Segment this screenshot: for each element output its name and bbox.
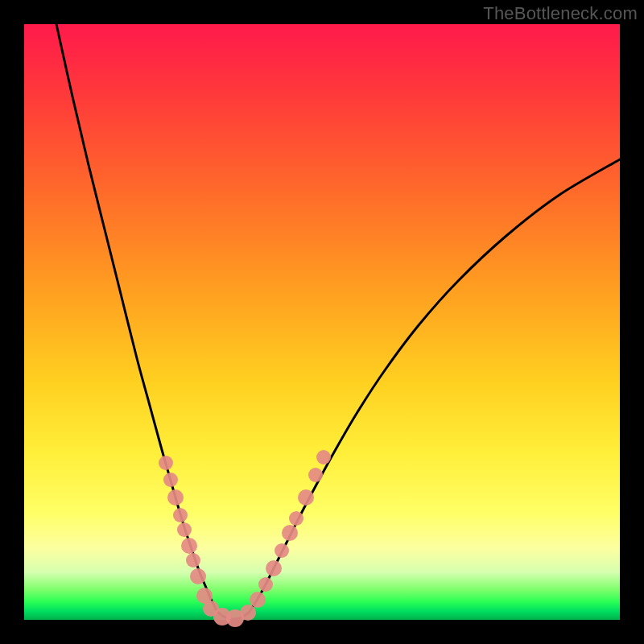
bottleneck-curve [24, 24, 620, 620]
curve-line [56, 24, 620, 619]
svg-point-5 [181, 538, 197, 554]
svg-point-20 [308, 468, 323, 482]
svg-point-18 [289, 511, 303, 526]
marker-dots [159, 450, 331, 627]
svg-point-12 [240, 605, 256, 621]
svg-point-0 [159, 456, 173, 470]
svg-point-17 [282, 525, 298, 541]
svg-point-14 [258, 577, 273, 592]
svg-point-6 [186, 553, 200, 568]
svg-point-4 [177, 522, 192, 537]
svg-point-21 [316, 450, 331, 464]
svg-point-7 [190, 568, 206, 584]
chart-frame: TheBottleneck.com [0, 0, 644, 644]
svg-point-1 [163, 473, 178, 487]
svg-point-2 [167, 489, 184, 506]
watermark-text: TheBottleneck.com [483, 3, 638, 24]
svg-point-13 [250, 592, 266, 608]
svg-point-3 [173, 508, 188, 522]
plot-area [24, 24, 620, 620]
svg-point-19 [298, 489, 314, 506]
svg-point-15 [266, 560, 282, 576]
svg-point-16 [275, 543, 289, 558]
